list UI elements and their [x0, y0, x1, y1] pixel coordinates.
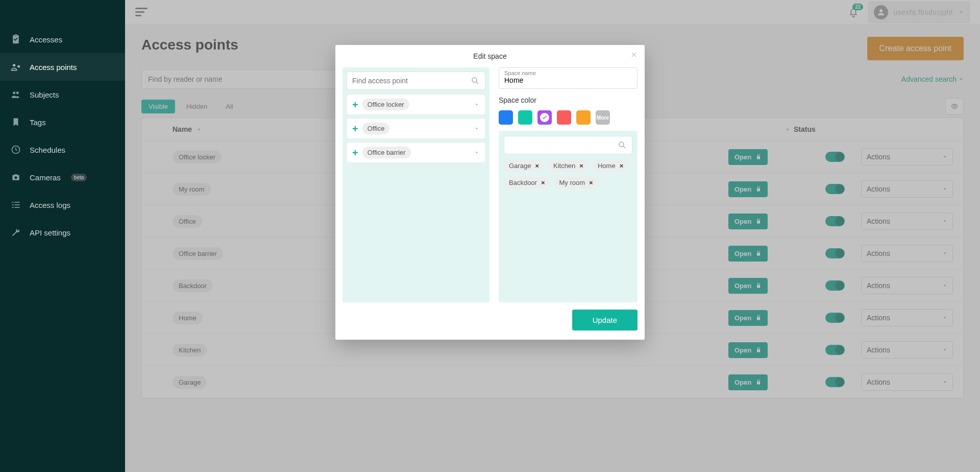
selected-access-point-tag: Garage×	[504, 159, 544, 172]
sidebar-item-cameras[interactable]: Cameras beta	[0, 163, 125, 191]
search-icon	[471, 76, 480, 85]
sidebar-item-api-settings[interactable]: API settings	[0, 219, 125, 246]
color-swatch-blue[interactable]	[499, 110, 513, 125]
color-swatch-red[interactable]	[557, 110, 571, 125]
tag-label: My room	[559, 179, 585, 186]
available-access-points-panel: +Office locker+Office+Office barrier	[342, 67, 489, 302]
tag-label: Kitchen	[553, 162, 575, 170]
modal-close-button[interactable]	[630, 51, 638, 58]
color-swatch-purple[interactable]	[537, 110, 552, 125]
remove-tag-button[interactable]: ×	[589, 179, 593, 186]
selected-access-points-input[interactable]	[509, 141, 618, 149]
tag-label: Garage	[509, 162, 531, 170]
remove-tag-button[interactable]: ×	[541, 179, 545, 186]
sidebar-item-schedules[interactable]: Schedules	[0, 136, 125, 163]
chevron-down-icon[interactable]	[474, 102, 480, 108]
list-icon	[10, 199, 21, 210]
remove-tag-button[interactable]: ×	[535, 162, 539, 170]
svg-point-1	[13, 91, 15, 94]
svg-rect-10	[15, 207, 20, 208]
space-name-input[interactable]	[504, 76, 632, 84]
search-icon	[618, 140, 627, 150]
svg-point-0	[13, 64, 15, 66]
svg-rect-9	[12, 207, 14, 208]
color-swatch-teal[interactable]	[518, 110, 532, 125]
sidebar-item-label: Cameras	[30, 173, 61, 182]
wrench-icon	[10, 227, 21, 238]
available-access-point-row[interactable]: +Office barrier	[347, 142, 485, 163]
chevron-down-icon[interactable]	[474, 126, 480, 132]
selected-access-point-tag: Backdoor×	[504, 176, 550, 189]
check-icon	[540, 113, 549, 122]
tag-label: Home	[598, 162, 616, 170]
available-access-point-row[interactable]: +Office	[347, 118, 485, 139]
space-color-label: Space color	[499, 96, 638, 104]
svg-point-4	[15, 176, 17, 179]
find-access-point-search[interactable]	[347, 72, 485, 90]
sidebar-item-label: Tags	[30, 118, 46, 127]
space-name-label: Space name	[504, 70, 536, 76]
sidebar-item-accesses[interactable]: Accesses	[0, 26, 125, 53]
add-icon[interactable]: +	[352, 124, 358, 134]
sidebar-item-access-logs[interactable]: Access logs	[0, 191, 125, 219]
people-icon	[10, 89, 21, 100]
color-swatches: More	[499, 110, 638, 125]
sidebar-item-label: Schedules	[30, 146, 65, 154]
color-swatch-orange[interactable]	[576, 110, 591, 125]
sidebar-item-subjects[interactable]: Subjects	[0, 81, 125, 108]
clock-icon	[10, 144, 21, 155]
sidebar-item-label: Access points	[30, 63, 77, 72]
remove-tag-button[interactable]: ×	[579, 162, 583, 170]
access-point-pill: Office barrier	[362, 147, 411, 158]
modal-title: Edit space	[473, 52, 506, 60]
chevron-down-icon[interactable]	[474, 150, 480, 156]
add-icon[interactable]: +	[352, 100, 358, 110]
svg-point-2	[16, 91, 19, 94]
close-icon	[630, 51, 638, 58]
camera-icon	[10, 172, 21, 183]
edit-space-modal: Edit space +Office locker+Office+Office …	[335, 45, 645, 340]
sidebar-item-label: API settings	[30, 228, 70, 237]
tag-icon	[10, 116, 21, 128]
svg-rect-5	[12, 202, 14, 203]
selected-access-points-search[interactable]	[504, 136, 632, 154]
tag-label: Backdoor	[509, 179, 537, 186]
clipboard-check-icon	[10, 34, 21, 45]
space-name-field[interactable]: Space name	[499, 67, 638, 89]
svg-rect-7	[12, 204, 14, 205]
selected-access-point-tag: Kitchen×	[548, 159, 589, 172]
color-swatch-more[interactable]: More	[596, 110, 610, 125]
svg-point-14	[619, 142, 624, 147]
sidebar-item-label: Access logs	[30, 201, 70, 209]
sidebar-item-access-points[interactable]: Access points	[0, 53, 125, 81]
sidebar-item-tags[interactable]: Tags	[0, 108, 125, 136]
access-point-icon	[10, 61, 21, 73]
add-icon[interactable]: +	[352, 148, 358, 158]
space-form-panel: Space name Space color More Garage×Kitch…	[499, 67, 638, 302]
modal-header: Edit space	[335, 45, 645, 67]
access-point-pill: Office	[362, 123, 390, 134]
svg-rect-8	[15, 204, 20, 205]
sidebar-item-label: Subjects	[30, 90, 59, 99]
access-point-pill: Office locker	[362, 99, 409, 110]
svg-rect-6	[15, 202, 20, 203]
selected-access-point-tag: Home×	[593, 159, 628, 172]
sidebar-item-label: Accesses	[30, 35, 62, 44]
beta-badge: beta	[71, 174, 87, 181]
update-button[interactable]: Update	[572, 310, 638, 331]
selected-access-points-panel: Garage×Kitchen×Home×Backdoor×My room×	[499, 131, 638, 302]
find-access-point-input[interactable]	[352, 77, 471, 85]
remove-tag-button[interactable]: ×	[620, 162, 624, 170]
sidebar: Accesses Access points Subjects Tags Sch…	[0, 0, 125, 472]
selected-access-point-tag: My room×	[554, 176, 598, 189]
svg-point-13	[472, 78, 477, 82]
available-access-point-row[interactable]: +Office locker	[347, 94, 485, 115]
